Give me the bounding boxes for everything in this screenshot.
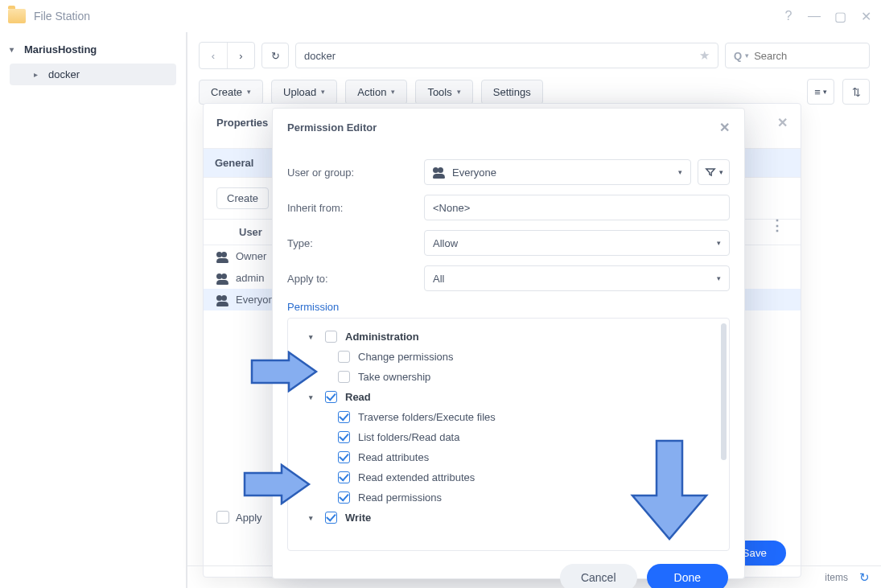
apply-to-label: Apply to: bbox=[287, 273, 424, 285]
sidebar: ▾ MariusHosting ▸ docker bbox=[0, 32, 187, 588]
dialog-close-icon[interactable]: ✕ bbox=[719, 120, 730, 135]
filter-button[interactable]: ▾ bbox=[698, 159, 730, 185]
search-icon: Q bbox=[734, 50, 742, 62]
scrollbar-thumb[interactable] bbox=[721, 323, 727, 460]
search-box[interactable]: Q ▾ bbox=[725, 43, 870, 68]
close-icon[interactable]: ✕ bbox=[858, 9, 873, 23]
nav-back-button[interactable]: ‹ bbox=[200, 43, 227, 68]
permission-item-label: Read attributes bbox=[358, 451, 429, 463]
chevron-down-icon: ▾ bbox=[678, 168, 682, 176]
expand-icon[interactable]: ▾ bbox=[309, 514, 320, 522]
done-button[interactable]: Done bbox=[647, 564, 728, 588]
chevron-down-icon: ▾ bbox=[717, 239, 721, 247]
permission-item[interactable]: Take ownership bbox=[306, 367, 724, 387]
type-select[interactable]: Allow▾ bbox=[424, 230, 730, 256]
inherit-from-field: <None> bbox=[424, 195, 730, 220]
user-icon bbox=[216, 252, 229, 261]
maximize-icon[interactable]: ▢ bbox=[833, 9, 847, 23]
permission-checkbox[interactable] bbox=[338, 431, 350, 443]
permission-item-label: Read extended attributes bbox=[358, 471, 475, 483]
permission-item[interactable]: Read attributes bbox=[306, 447, 724, 467]
expand-icon[interactable]: ▾ bbox=[309, 333, 320, 341]
window-titlebar: File Station ? — ▢ ✕ bbox=[0, 0, 881, 32]
app-title: File Station bbox=[34, 10, 770, 23]
permission-checkbox[interactable] bbox=[338, 471, 350, 483]
permission-item-label: Traverse folders/Execute files bbox=[358, 411, 496, 423]
tree-root[interactable]: ▾ MariusHosting bbox=[0, 39, 186, 60]
properties-close-icon[interactable]: ✕ bbox=[777, 115, 788, 130]
group-icon bbox=[433, 167, 446, 177]
permission-checkbox[interactable] bbox=[338, 411, 350, 423]
permission-item[interactable]: Read permissions bbox=[306, 487, 724, 508]
permission-group[interactable]: ▾Administration bbox=[306, 327, 724, 347]
tree-item-label: docker bbox=[48, 68, 80, 80]
permission-group-label: Write bbox=[345, 512, 371, 524]
tree-root-label: MariusHosting bbox=[24, 43, 97, 56]
permission-editor-dialog: Permission Editor ✕ User or group: Every… bbox=[272, 108, 745, 579]
favorite-icon[interactable]: ★ bbox=[699, 48, 710, 63]
permission-section-label: Permission bbox=[287, 301, 730, 313]
path-input[interactable]: docker ★ bbox=[295, 43, 718, 68]
create-button[interactable]: Create▾ bbox=[199, 80, 263, 105]
apply-checkbox[interactable] bbox=[216, 511, 229, 524]
permission-checkbox[interactable] bbox=[338, 351, 350, 363]
permission-item-label: Take ownership bbox=[358, 371, 430, 383]
caret-right-icon: ▸ bbox=[34, 70, 43, 79]
permission-checkbox[interactable] bbox=[338, 491, 350, 504]
help-icon[interactable]: ? bbox=[781, 9, 796, 23]
permission-checkbox[interactable] bbox=[338, 371, 350, 383]
permission-list: ▾AdministrationChange permissionsTake ow… bbox=[287, 318, 730, 551]
inherit-from-label: Inherit from: bbox=[287, 202, 424, 214]
search-input[interactable] bbox=[754, 50, 861, 62]
permission-item-label: List folders/Read data bbox=[358, 431, 459, 443]
action-button[interactable]: Action▾ bbox=[345, 80, 407, 105]
settings-button[interactable]: Settings bbox=[481, 80, 543, 105]
permission-item[interactable]: Read extended attributes bbox=[306, 467, 724, 487]
perm-row[interactable]: Owner bbox=[236, 250, 266, 262]
permission-item[interactable]: List folders/Read data bbox=[306, 427, 724, 447]
apply-to-select[interactable]: All▾ bbox=[424, 265, 730, 291]
column-options-icon[interactable]: ⋮ bbox=[770, 216, 784, 234]
path-value: docker bbox=[304, 50, 336, 62]
permission-checkbox[interactable] bbox=[338, 451, 350, 463]
search-dropdown-icon[interactable]: ▾ bbox=[745, 51, 749, 60]
user-group-label: User or group: bbox=[287, 167, 424, 179]
status-refresh-icon[interactable]: ↻ bbox=[859, 570, 870, 585]
perm-row[interactable]: admin bbox=[236, 272, 264, 284]
permission-group[interactable]: ▾Read bbox=[306, 387, 724, 407]
column-user: User bbox=[239, 226, 262, 238]
permission-checkbox[interactable] bbox=[325, 331, 337, 343]
chevron-down-icon: ▾ bbox=[717, 274, 721, 282]
permission-item-label: Read permissions bbox=[358, 491, 442, 504]
create-permission-button[interactable]: Create bbox=[216, 187, 269, 209]
sort-button[interactable]: ⇅ bbox=[842, 79, 870, 105]
cancel-button[interactable]: Cancel bbox=[560, 564, 637, 588]
apply-label: Apply bbox=[236, 512, 262, 524]
dialog-title: Permission Editor bbox=[287, 121, 377, 134]
tree-item-docker[interactable]: ▸ docker bbox=[10, 64, 176, 85]
group-icon bbox=[216, 273, 229, 283]
caret-down-icon: ▾ bbox=[10, 45, 19, 54]
minimize-icon[interactable]: — bbox=[807, 9, 821, 23]
permission-item-label: Change permissions bbox=[358, 351, 454, 363]
properties-title: Properties bbox=[216, 117, 268, 129]
user-group-select[interactable]: Everyone ▾ bbox=[424, 159, 691, 185]
status-items: items bbox=[825, 572, 848, 583]
upload-button[interactable]: Upload▾ bbox=[271, 80, 337, 105]
app-icon bbox=[8, 9, 26, 23]
permission-item[interactable]: Change permissions bbox=[306, 347, 724, 367]
permission-group-label: Read bbox=[345, 391, 371, 403]
expand-icon[interactable]: ▾ bbox=[309, 393, 320, 401]
nav-forward-button[interactable]: › bbox=[227, 43, 254, 68]
permission-group-label: Administration bbox=[345, 331, 419, 343]
permission-checkbox[interactable] bbox=[325, 512, 337, 524]
view-list-button[interactable]: ≡▾ bbox=[807, 79, 834, 105]
path-toolbar: ‹ › ↻ docker ★ Q ▾ bbox=[187, 32, 881, 79]
refresh-button[interactable]: ↻ bbox=[261, 43, 289, 68]
permission-checkbox[interactable] bbox=[325, 391, 337, 403]
group-icon bbox=[216, 295, 229, 305]
permission-item[interactable]: Traverse folders/Execute files bbox=[306, 407, 724, 427]
type-label: Type: bbox=[287, 237, 424, 249]
tools-button[interactable]: Tools▾ bbox=[415, 80, 472, 105]
permission-group[interactable]: ▾Write bbox=[306, 508, 724, 528]
